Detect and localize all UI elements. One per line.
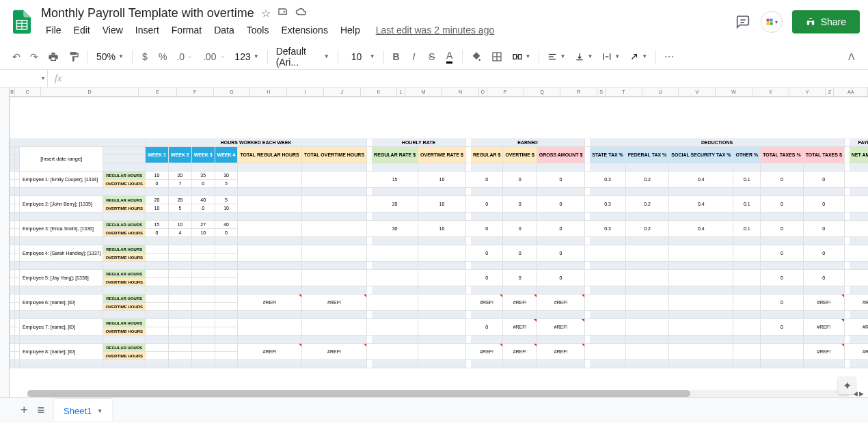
doc-title[interactable]: Monthly Payroll Template with overtime	[41, 6, 254, 21]
currency-button[interactable]: $	[137, 48, 153, 66]
increase-decimal-button[interactable]: .00 →	[199, 48, 229, 66]
text-wrap-button[interactable]: ▼	[598, 49, 624, 64]
menu-view[interactable]: View	[98, 22, 128, 38]
strikethrough-button[interactable]: S	[424, 48, 440, 66]
text-color-button[interactable]: A	[442, 48, 458, 66]
italic-button[interactable]: I	[406, 48, 422, 66]
svg-rect-8	[766, 23, 769, 25]
menu-file[interactable]: File	[41, 22, 66, 38]
text-rotation-button[interactable]: ▼	[625, 49, 651, 64]
menu-help[interactable]: Help	[336, 22, 365, 38]
star-icon[interactable]: ☆	[261, 7, 271, 20]
decrease-decimal-button[interactable]: .0 ←	[172, 48, 198, 66]
print-button[interactable]	[44, 48, 63, 66]
more-formats-button[interactable]: 123▼	[230, 49, 262, 65]
menu-format[interactable]: Format	[167, 22, 206, 38]
add-sheet-button[interactable]: +	[21, 403, 28, 418]
sheet-tabs-bar: + ≡ Sheet1▼	[0, 397, 868, 423]
menu-edit[interactable]: Edit	[69, 22, 95, 38]
svg-rect-15	[513, 54, 517, 59]
paint-format-button[interactable]	[64, 48, 83, 66]
name-box[interactable]	[0, 70, 48, 87]
bold-button[interactable]: B	[388, 48, 405, 66]
menu-tools[interactable]: Tools	[242, 22, 274, 38]
app-header: Monthly Payroll Template with overtime ☆…	[0, 0, 868, 44]
redo-button[interactable]: ↷	[26, 48, 42, 66]
svg-rect-7	[770, 19, 772, 22]
zoom-select[interactable]: 50%▼	[92, 49, 128, 65]
account-avatar[interactable]: ▾	[761, 11, 783, 33]
font-size-select[interactable]: 10▼	[342, 48, 379, 66]
explore-button[interactable]: ✦	[838, 377, 856, 394]
more-toolbar-button[interactable]: ⋯	[660, 48, 678, 66]
svg-rect-9	[770, 23, 772, 25]
comments-icon[interactable]	[735, 14, 751, 30]
undo-button[interactable]: ↶	[8, 48, 25, 66]
menu-extensions[interactable]: Extensions	[276, 22, 332, 38]
vertical-align-button[interactable]: ▼	[571, 49, 597, 64]
sheets-logo[interactable]	[8, 8, 36, 36]
svg-rect-16	[518, 54, 521, 59]
horizontal-scrollbar[interactable]	[27, 390, 849, 397]
last-edit-link[interactable]: Last edit was 2 minutes ago	[376, 25, 495, 36]
cloud-icon[interactable]	[295, 7, 308, 19]
share-button[interactable]: Share	[792, 10, 860, 33]
toolbar: ↶ ↷ 50%▼ $ % .0 ← .00 → 123▼ Default (Ar…	[0, 44, 868, 70]
formula-input[interactable]	[68, 70, 868, 87]
fx-icon: fx	[48, 70, 68, 87]
borders-button[interactable]	[487, 48, 506, 66]
svg-rect-6	[766, 19, 769, 22]
svg-rect-10	[809, 21, 813, 22]
sheet-tab-active[interactable]: Sheet1▼	[54, 399, 112, 422]
move-icon[interactable]	[277, 6, 288, 20]
font-select[interactable]: Default (Ari...▼	[272, 43, 334, 70]
fill-color-button[interactable]	[467, 48, 486, 66]
column-headers[interactable]: BCDEFGHIJKLMNOPQRSTUVWXYZAA	[10, 87, 868, 97]
svg-point-11	[478, 59, 480, 61]
all-sheets-button[interactable]: ≡	[38, 403, 45, 418]
collapse-toolbar-button[interactable]: ᐱ	[843, 48, 860, 66]
spreadsheet-grid[interactable]: BCDEFGHIJKLMNOPQRSTUVWXYZAA HOURS WORKED…	[0, 87, 868, 397]
formula-bar: fx	[0, 70, 868, 87]
merge-cells-button[interactable]: ▼	[508, 49, 535, 65]
menu-bar: File Edit View Insert Format Data Tools …	[41, 22, 735, 38]
percent-button[interactable]: %	[154, 48, 171, 66]
scroll-right-icon[interactable]: ▶	[859, 390, 864, 397]
horizontal-align-button[interactable]: ▼	[543, 49, 569, 64]
menu-data[interactable]: Data	[209, 22, 239, 38]
menu-insert[interactable]: Insert	[131, 22, 164, 38]
